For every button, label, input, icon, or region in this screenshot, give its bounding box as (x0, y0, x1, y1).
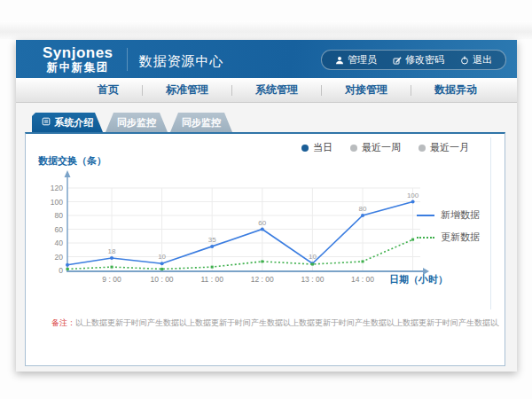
svg-text:120: 120 (51, 184, 63, 192)
user-menu-button[interactable]: 管理员 (327, 53, 385, 66)
logout-button[interactable]: 退出 (452, 53, 500, 66)
svg-text:0: 0 (59, 266, 63, 275)
svg-text:100: 100 (51, 198, 63, 207)
user-label: 管理员 (348, 53, 377, 66)
document-icon (42, 117, 51, 128)
svg-text:18: 18 (108, 247, 116, 255)
tab-label: 同步监控 (182, 116, 221, 129)
change-password-button[interactable]: 修改密码 (385, 53, 452, 66)
solid-line-swatch (417, 215, 434, 216)
page-title: 数据资源中心 (139, 53, 224, 70)
svg-text:10: 10 (158, 253, 166, 261)
radio-today[interactable]: 当日 (301, 141, 332, 154)
svg-text:10 : 00: 10 : 00 (151, 275, 174, 284)
nav-item-standard-mgmt[interactable]: 标准管理 (143, 82, 231, 98)
radio-label: 最近一周 (362, 141, 401, 154)
svg-text:14 : 00: 14 : 00 (351, 275, 374, 284)
svg-text:80: 80 (55, 211, 64, 220)
radio-label: 最近一月 (430, 141, 469, 154)
company-logo[interactable]: Synjones 新中新集团 (43, 44, 113, 74)
dotted-line-swatch (417, 237, 434, 239)
chart-legend: 新增数据 更新数据 (417, 208, 480, 244)
svg-text:40: 40 (55, 239, 64, 247)
svg-text:80: 80 (359, 205, 367, 213)
radio-label: 当日 (313, 141, 332, 154)
footnote-prefix: 备注： (51, 318, 75, 327)
tab-label: 系统介绍 (55, 116, 94, 129)
app-header: Synjones 新中新集团 数据资源中心 管理员 修改密码 (16, 40, 517, 78)
radio-dot (419, 145, 426, 152)
tab-sync-monitor-1[interactable]: 同步监控 (106, 113, 168, 132)
radio-dot-selected (301, 145, 309, 152)
svg-text:60: 60 (258, 219, 266, 227)
content-area: 系统介绍 同步监控 同步监控 当日 最近一周 (16, 103, 517, 373)
header-divider (127, 48, 128, 71)
chart-panel: 当日 最近一周 最近一月 数据交换（条） 0204060801001209 : … (25, 132, 505, 366)
legend-label: 更新数据 (441, 231, 480, 244)
user-icon (335, 56, 344, 65)
nav-item-home[interactable]: 首页 (74, 82, 142, 98)
svg-text:日期（小时）: 日期（小时） (389, 274, 448, 286)
radio-last-month[interactable]: 最近一月 (419, 141, 469, 154)
footnote-text: 以上数据更新于时间产生数据以上数据更新于时间产生数据以上数据更新于时间产生数据以… (75, 318, 499, 327)
logout-label: 退出 (473, 53, 492, 66)
main-nav: 首页 标准管理 系统管理 对接管理 数据异动 (16, 78, 517, 103)
svg-text:35: 35 (208, 236, 216, 244)
nav-item-system-mgmt[interactable]: 系统管理 (232, 82, 321, 98)
app-window: Synjones 新中新集团 数据资源中心 管理员 修改密码 (16, 40, 517, 372)
nav-item-interface-mgmt[interactable]: 对接管理 (322, 82, 411, 98)
logo-text-cn: 新中新集团 (43, 61, 113, 74)
tab-sync-monitor-2[interactable]: 同步监控 (170, 113, 232, 132)
svg-text:13 : 00: 13 : 00 (301, 275, 324, 284)
radio-last-week[interactable]: 最近一周 (350, 141, 401, 154)
tab-label: 同步监控 (117, 116, 156, 129)
footnote: 备注：以上数据更新于时间产生数据以上数据更新于时间产生数据以上数据更新于时间产生… (51, 317, 499, 329)
change-password-label: 修改密码 (405, 53, 444, 66)
svg-text:10: 10 (309, 253, 317, 261)
line-chart: 0204060801001209 : 0010 : 0011 : 0012 : … (26, 169, 469, 288)
nav-item-data-change[interactable]: 数据异动 (411, 82, 500, 98)
page-background-band (0, 21, 532, 39)
svg-text:20: 20 (55, 253, 64, 262)
logo-text-en: Synjones (43, 44, 113, 62)
legend-item-new-data[interactable]: 新增数据 (417, 208, 480, 222)
tab-bar: 系统介绍 同步监控 同步监控 (32, 113, 505, 132)
svg-text:60: 60 (55, 225, 64, 234)
y-axis-title: 数据交换（条） (38, 154, 106, 168)
svg-text:12 : 00: 12 : 00 (251, 275, 274, 284)
user-actions-group: 管理员 修改密码 退出 (321, 50, 506, 70)
svg-text:9 : 00: 9 : 00 (102, 275, 121, 284)
radio-dot (350, 145, 357, 152)
svg-text:100: 100 (407, 192, 419, 200)
legend-item-update-data[interactable]: 更新数据 (417, 231, 480, 244)
panel-vertical-divider (490, 137, 491, 309)
power-icon (460, 56, 469, 65)
legend-label: 新增数据 (441, 208, 480, 222)
edit-icon (393, 56, 402, 65)
tab-system-intro[interactable]: 系统介绍 (32, 113, 103, 132)
svg-text:11 : 00: 11 : 00 (201, 275, 224, 284)
time-range-filter: 当日 最近一周 最近一月 (301, 141, 469, 154)
